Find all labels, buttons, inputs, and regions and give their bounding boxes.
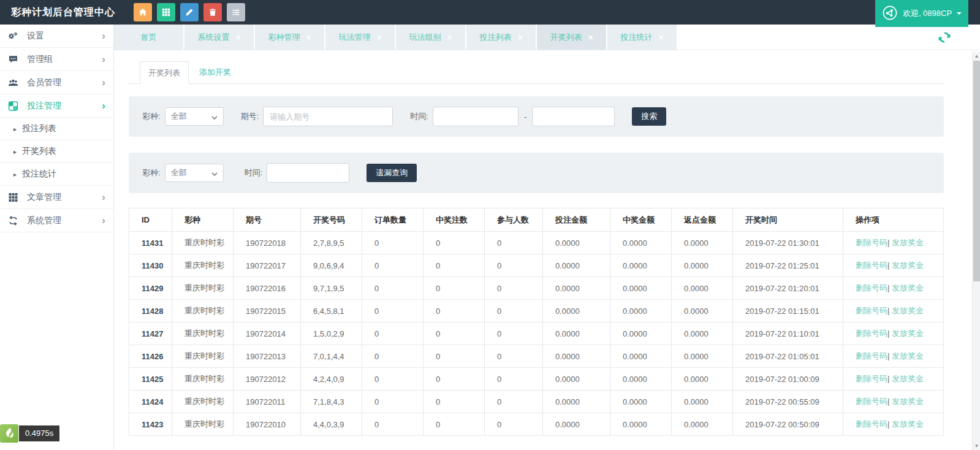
sidebar-item-label: 文章管理 [27,192,61,203]
tab-item-3[interactable]: 玩法管理× [325,25,395,50]
omission-time-input[interactable] [267,163,349,183]
table-cell: 190722016 [234,277,301,300]
scroll-up-icon[interactable]: ▲ [973,52,980,60]
table-cell: 190722015 [234,300,301,322]
column-header: 返点金额 [672,208,733,232]
delete-number-link[interactable]: 删除号码 [856,397,887,406]
table-cell: 0 [362,300,424,322]
lottery-select[interactable]: 全部 [165,107,224,126]
user-menu[interactable]: 欢迎, 0898CP [875,0,968,27]
grant-prize-link[interactable]: 发放奖金 [892,261,924,270]
table-cell: 0.0000 [672,322,733,345]
home-button[interactable] [134,3,152,21]
table-cell: 9,0,6,9,4 [301,254,362,277]
search-button[interactable]: 搜索 [632,107,666,126]
chevron-right-icon: › [102,31,105,41]
tab-item-1[interactable]: 系统设置× [184,25,254,50]
page-load-timer: 0.4975s [0,424,59,443]
sidebar-subitem-4[interactable]: ▸投注列表 [0,118,113,140]
delete-number-link[interactable]: 删除号码 [856,419,887,429]
omission-query-button[interactable]: 遗漏查询 [367,164,417,182]
sidebar-item-3[interactable]: 投注管理› [0,94,113,118]
tab-close-icon[interactable]: × [517,32,522,42]
table-cell: 0 [424,391,485,413]
tab-item-7[interactable]: 投注统计× [607,25,677,50]
tab-draw-list[interactable]: 开奖列表 [140,61,189,84]
delete-number-link[interactable]: 删除号码 [856,306,887,315]
table-cell: 0 [424,413,485,436]
tab-close-icon[interactable]: × [376,32,381,42]
modules-button[interactable] [157,3,175,21]
table-cell: 重庆时时彩 [172,391,234,413]
column-header: 投注金额 [543,208,610,232]
triangle-right-icon: ▸ [13,148,17,155]
table-cell: 2019-07-22 01:05:01 [733,345,843,368]
grant-prize-link[interactable]: 发放奖金 [892,374,924,383]
list-button[interactable] [227,3,245,21]
table-cell: 0.0000 [543,300,610,322]
row-actions: 删除号码| 发放奖金 [843,277,944,300]
table-cell: 190722018 [234,232,301,254]
grant-prize-link[interactable]: 发放奖金 [892,351,924,360]
grant-prize-link[interactable]: 发放奖金 [892,329,924,338]
issue-input[interactable] [263,107,393,126]
sidebar-item-label: 管理组 [27,54,53,65]
refresh-icon[interactable] [937,30,952,45]
delete-number-link[interactable]: 删除号码 [856,238,887,247]
table-cell: 2019-07-22 01:25:01 [733,254,843,277]
table-cell: 6,4,5,8,1 [301,300,362,322]
table-cell: 0.0000 [610,322,672,345]
edit-button[interactable] [180,3,199,21]
vertical-scrollbar[interactable]: ▲ ▼ [972,52,980,450]
table-cell: 重庆时时彩 [172,300,234,322]
column-header: 开奖号码 [301,208,362,232]
tab-item-4[interactable]: 玩法组别× [396,25,465,50]
tab-item-5[interactable]: 投注列表× [466,25,536,50]
delete-button[interactable] [203,3,222,21]
delete-number-link[interactable]: 删除号码 [856,329,887,338]
sidebar-item-7[interactable]: 文章管理› [0,186,113,209]
sidebar-item-0[interactable]: 设置› [0,25,113,48]
delete-number-link[interactable]: 删除号码 [856,374,887,383]
load-time-text: 0.4975s [19,425,59,441]
tab-close-icon[interactable]: × [447,32,452,42]
tab-add-draw[interactable]: 添加开奖 [191,61,239,84]
tab-close-icon[interactable]: × [658,32,663,42]
grant-prize-link[interactable]: 发放奖金 [892,306,924,315]
table-cell: 0.0000 [672,413,733,436]
table-cell: 2,7,8,9,5 [301,232,362,254]
scroll-down-icon[interactable]: ▼ [973,442,980,450]
tab-item-2[interactable]: 彩种管理× [255,25,324,50]
tab-close-icon[interactable]: × [588,32,593,42]
sidebar-item-1[interactable]: 管理组› [0,48,113,71]
sidebar-subitem-6[interactable]: ▸投注统计 [0,163,113,186]
time-start-input[interactable] [433,107,518,126]
tab-close-icon[interactable]: × [306,32,311,42]
table-cell: 190722012 [234,368,301,391]
scrollbar-thumb[interactable] [973,61,980,281]
table-cell: 0.0000 [610,391,672,413]
grant-prize-link[interactable]: 发放奖金 [892,283,924,292]
tab-item-0[interactable]: 首页 [114,25,183,50]
grant-prize-link[interactable]: 发放奖金 [892,397,924,406]
sidebar-item-2[interactable]: 会员管理› [0,71,113,94]
tab-item-6[interactable]: 开奖列表× [537,25,606,50]
tab-label: 玩法管理 [338,32,370,43]
table-cell: 0.0000 [610,345,672,368]
delete-number-link[interactable]: 删除号码 [856,351,887,360]
sidebar-subitem-5[interactable]: ▸开奖列表 [0,140,113,163]
table-cell: 重庆时时彩 [172,254,234,277]
time-label: 时间: [410,111,428,122]
lottery-select-2[interactable]: 全部 [165,164,224,182]
table-cell: 0 [424,300,485,322]
sidebar-item-label: 设置 [27,31,44,42]
delete-number-link[interactable]: 删除号码 [856,261,887,270]
table-cell: 0 [485,413,543,436]
tab-close-icon[interactable]: × [235,32,240,42]
time-end-input[interactable] [532,107,615,126]
grant-prize-link[interactable]: 发放奖金 [892,419,924,429]
range-separator: - [524,112,526,121]
grant-prize-link[interactable]: 发放奖金 [892,238,924,247]
delete-number-link[interactable]: 删除号码 [856,283,887,292]
sidebar-item-8[interactable]: 系统管理› [0,209,113,232]
